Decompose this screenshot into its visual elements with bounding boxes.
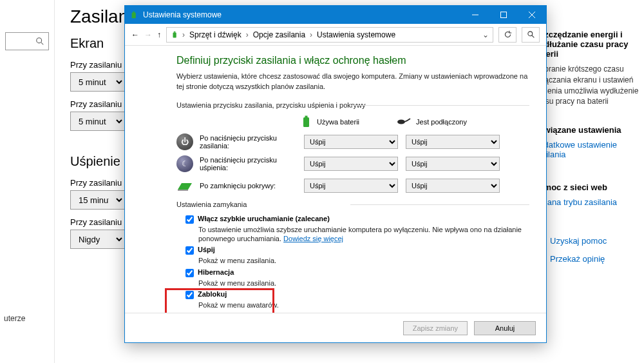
col-plugged-label: Jest podłączony bbox=[416, 118, 467, 126]
chevron-down-icon[interactable]: ⌄ bbox=[482, 30, 489, 39]
lock-label: Zablokuj bbox=[198, 290, 227, 298]
col-battery-label: Używa baterii bbox=[317, 118, 359, 126]
svg-rect-11 bbox=[173, 32, 176, 37]
search-icon bbox=[527, 30, 535, 39]
row-lid-label: Po zamknięciu pokrywy: bbox=[200, 182, 304, 190]
svg-point-0 bbox=[37, 38, 42, 43]
chevron-right-icon: › bbox=[182, 30, 185, 39]
refresh-button[interactable] bbox=[498, 27, 516, 43]
refresh-icon bbox=[504, 30, 512, 39]
svg-rect-8 bbox=[501, 12, 507, 18]
breadcrumb[interactable]: › Sprzęt i dźwięk › Opcje zasilania › Us… bbox=[166, 27, 493, 43]
dialog-title: Ustawienia systemowe bbox=[143, 10, 222, 19]
maximize-button[interactable] bbox=[489, 6, 518, 24]
crumb-hardware[interactable]: Sprzęt i dźwięk bbox=[187, 30, 243, 39]
lid-ac-select[interactable]: Uśpij bbox=[406, 179, 500, 193]
crumb-system-settings[interactable]: Ustawienia systemowe bbox=[315, 30, 397, 39]
svg-rect-12 bbox=[174, 31, 176, 32]
hibernate-checkbox[interactable] bbox=[185, 269, 194, 277]
sleep-menu-desc: Pokaż w menu zasilania. bbox=[198, 256, 529, 265]
plug-icon bbox=[397, 117, 411, 126]
sleep-menu-label: Uśpij bbox=[198, 246, 215, 253]
svg-rect-6 bbox=[133, 12, 135, 13]
side-energy-heading: Oszczędzanie energii i wydłużanie czasu … bbox=[533, 30, 640, 59]
save-button[interactable]: Zapisz zmiany bbox=[403, 321, 468, 335]
cancel-button[interactable]: Anuluj bbox=[474, 321, 536, 335]
truncated-text: uterze bbox=[4, 314, 25, 323]
lid-battery-select[interactable]: Uśpij bbox=[304, 179, 398, 193]
learn-more-link[interactable]: Dowiedz się więcej bbox=[283, 235, 343, 242]
sleep-button-icon: ☾ bbox=[176, 155, 193, 172]
svg-line-14 bbox=[532, 35, 534, 37]
power-battery-select[interactable]: Uśpij bbox=[304, 135, 398, 149]
settings-nav-rail bbox=[0, 0, 55, 363]
chevron-right-icon: › bbox=[246, 30, 249, 39]
sleep-battery-select[interactable]: Uśpij bbox=[304, 157, 398, 171]
side-help-heading: Pomoc z sieci web bbox=[533, 182, 640, 192]
svg-rect-16 bbox=[305, 115, 308, 117]
side-related-heading: Powiązane ustawienia bbox=[533, 125, 640, 135]
svg-point-17 bbox=[397, 119, 405, 124]
svg-point-13 bbox=[527, 32, 532, 36]
content-description: Wybierz ustawienia, które chcesz zastoso… bbox=[176, 72, 529, 92]
lid-icon bbox=[176, 177, 193, 194]
fast-startup-desc: To ustawienie umożliwia szybsze uruchami… bbox=[198, 225, 529, 244]
sleep-ac-select[interactable]: Nigdy bbox=[70, 230, 125, 249]
screen-ac-select[interactable]: 5 minut bbox=[70, 112, 125, 131]
side-help-link[interactable]: Zmiana trybu zasilania bbox=[533, 197, 640, 207]
row-power-label: Po naciśnięciu przycisku zasilania: bbox=[200, 134, 304, 150]
get-help-link[interactable]: Uzyskaj pomoc bbox=[533, 235, 640, 246]
nav-back-button[interactable]: ← bbox=[131, 30, 139, 39]
system-settings-dialog: Ustawienia systemowe ← → ↑ › Sprzęt i dź… bbox=[124, 5, 547, 343]
minimize-button[interactable] bbox=[461, 6, 489, 24]
sleep-ac-select[interactable]: Uśpij bbox=[406, 157, 500, 171]
row-sleep-label: Po naciśnięciu przycisku uśpienia: bbox=[200, 156, 304, 172]
power-button-icon: ⏻ bbox=[176, 133, 193, 150]
hibernate-desc: Pokaż w menu zasilania. bbox=[198, 279, 529, 288]
chevron-right-icon: › bbox=[310, 30, 312, 39]
nav-forward-button[interactable]: → bbox=[144, 30, 152, 39]
lock-checkbox[interactable] bbox=[185, 291, 194, 299]
svg-line-1 bbox=[41, 43, 44, 45]
battery-icon bbox=[171, 30, 180, 39]
content-heading: Definiuj przyciski zasilania i włącz och… bbox=[176, 55, 529, 66]
crumb-power-opts[interactable]: Opcje zasilania bbox=[251, 30, 307, 39]
svg-rect-15 bbox=[303, 117, 309, 127]
nav-up-button[interactable]: ↑ bbox=[157, 30, 161, 39]
power-ac-select[interactable]: Uśpij bbox=[406, 135, 500, 149]
side-related-link[interactable]: Dodatkowe ustawienie zasilania bbox=[533, 140, 640, 159]
nav-search-box[interactable] bbox=[5, 32, 49, 50]
hibernate-label: Hibernacja bbox=[198, 268, 234, 276]
search-button[interactable] bbox=[522, 27, 540, 43]
battery-icon bbox=[301, 115, 312, 128]
close-button[interactable] bbox=[518, 6, 546, 24]
svg-rect-18 bbox=[178, 190, 188, 191]
group-buttons-lid: Ustawienia przycisku zasilania, przycisk… bbox=[176, 101, 529, 109]
battery-icon bbox=[130, 10, 139, 19]
side-energy-text: Wybranie krótszego czasu wyłączania ekra… bbox=[533, 64, 640, 107]
search-icon bbox=[35, 37, 44, 46]
lock-desc: Pokaż w menu awatarów. bbox=[198, 300, 529, 309]
dialog-title-bar[interactable]: Ustawienia systemowe bbox=[125, 6, 546, 24]
fast-startup-checkbox[interactable] bbox=[185, 215, 194, 224]
group-shutdown: Ustawienia zamykania bbox=[176, 201, 529, 208]
fast-startup-label: Włącz szybkie uruchamianie (zalecane) bbox=[198, 215, 330, 222]
screen-batt-select[interactable]: 5 minut bbox=[70, 72, 125, 92]
sleep-batt-select[interactable]: 15 minut bbox=[70, 190, 125, 210]
sleep-menu-checkbox[interactable] bbox=[185, 246, 194, 255]
svg-rect-5 bbox=[132, 13, 136, 19]
feedback-link[interactable]: Przekaż opinię bbox=[533, 253, 640, 264]
